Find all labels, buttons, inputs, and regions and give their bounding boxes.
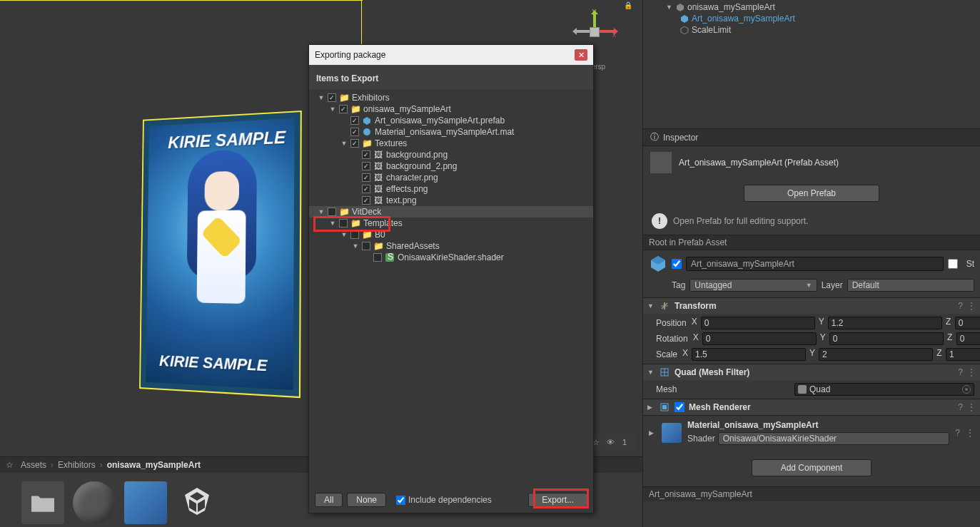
scale-y[interactable] [819,348,933,361]
inspector-tab[interactable]: ⓘ Inspector [643,129,980,146]
tree-item[interactable]: ▼📁Exhibitors [309,92,593,103]
scale-z[interactable] [946,348,980,361]
tree-checkbox[interactable] [350,128,359,136]
enable-checkbox[interactable] [672,259,682,269]
tree-item[interactable]: Art_onisawa_mySampleArt.prefab [309,115,593,126]
tree-item[interactable]: ▼📁onisawa_mySampleArt [309,103,593,115]
tree-checkbox[interactable] [362,162,370,170]
rotation-x[interactable] [702,332,817,345]
scale-x[interactable] [692,348,806,361]
position-x[interactable] [701,317,815,329]
add-component-button[interactable]: Add Component [752,459,872,476]
tree-checkbox[interactable] [350,139,359,148]
tree-item[interactable]: ▼📁Textures [309,138,593,149]
lock-icon[interactable]: 🔒 [624,1,632,9]
rotation-z[interactable] [956,332,980,345]
shader-dropdown[interactable]: Onisawa/OnisawaKirieShader [718,432,950,445]
foldout-icon[interactable]: ▼ [340,231,348,238]
foldout-icon[interactable]: ▼ [329,220,336,227]
foldout-icon[interactable]: ▶ [649,429,656,436]
tree-item[interactable]: SOnisawaKirieShader.shader [309,252,593,263]
export-package-dialog: Exporting package ✕ Items to Export ▼📁Ex… [308,44,594,513]
favorite-icon[interactable]: ☆ [6,460,14,470]
mesh-field[interactable]: Quad [794,383,974,396]
tree-checkbox[interactable] [328,208,336,216]
help-icon[interactable]: ? [958,301,963,311]
gizmo-x-axis[interactable] [600,30,614,33]
renderer-enable-checkbox[interactable] [675,402,685,412]
tree-checkbox[interactable] [362,242,370,250]
tree-checkbox[interactable] [362,196,370,205]
menu-icon[interactable]: ⋮ [967,402,976,412]
foldout-icon[interactable]: ▼ [329,106,336,113]
hierarchy-item[interactable]: ScaleLimit [643,24,980,36]
foldout-icon[interactable]: ▼ [318,208,325,215]
breadcrumb-root[interactable]: Assets [21,460,46,470]
tree-item[interactable]: ▼📁Templates [309,218,593,229]
image-icon: 🖼 [373,173,383,183]
help-icon[interactable]: ? [958,402,963,412]
chevron-right-icon: › [51,460,54,470]
gameobject-name-input[interactable] [686,257,944,271]
gizmo-cube[interactable] [590,27,600,37]
gizmo-y-axis[interactable] [593,14,596,27]
foldout-icon[interactable]: ▼ [647,302,655,309]
visibility-icon[interactable]: 👁 [604,436,617,448]
position-y[interactable] [828,317,942,329]
tree-item[interactable]: 🖼text.png [309,195,593,206]
tree-checkbox[interactable] [328,93,336,102]
tree-checkbox[interactable] [350,116,359,125]
none-button[interactable]: None [347,493,386,507]
open-prefab-button[interactable]: Open Prefab [744,185,879,202]
foldout-icon[interactable]: ▼ [340,140,348,147]
rotation-y[interactable] [829,332,944,345]
foldout-icon[interactable]: ▼ [647,369,655,376]
close-button[interactable]: ✕ [575,49,587,61]
menu-icon[interactable]: ⋮ [967,301,976,311]
tree-checkbox[interactable] [350,230,359,239]
hierarchy-item-selected[interactable]: Art_onisawa_mySampleArt [643,13,980,24]
position-z[interactable] [955,317,980,329]
export-button[interactable]: Export... [528,493,587,507]
tree-checkbox[interactable] [362,185,370,193]
foldout-icon[interactable]: ▼ [352,242,359,250]
gizmo-z-axis[interactable] [577,30,590,33]
foldout-icon[interactable]: ▶ [647,404,655,411]
project-item-material[interactable] [73,481,116,524]
help-icon[interactable]: ? [958,367,963,377]
breadcrumb-current[interactable]: onisawa_mySampleArt [107,460,201,470]
tree-item[interactable]: 🖼background.png [309,149,593,160]
tree-item[interactable]: ▼📁SharedAssets [309,240,593,252]
include-dependencies-checkbox[interactable] [396,496,405,505]
tree-item-vitdeck[interactable]: ▼📁VitDeck [309,206,593,218]
foldout-icon[interactable]: ▼ [318,94,325,101]
foldout-icon[interactable]: ▼ [666,4,673,11]
hierarchy-item[interactable]: ▼ onisawa_mySampleArt [643,1,980,13]
scene-object-selected[interactable]: KIRIE SAMPLE KIRIE SAMPLE [139,111,302,398]
tree-item[interactable]: 🖼effects.png [309,183,593,195]
tree-checkbox[interactable] [373,253,382,262]
project-item-scene[interactable] [176,481,218,524]
tree-item[interactable]: 🖼character.png [309,172,593,183]
object-picker-icon[interactable] [962,385,971,394]
all-button[interactable]: All [315,493,343,507]
tree-item[interactable]: 🖼background_2.png [309,160,593,172]
layer-dropdown[interactable]: Default [847,279,974,292]
dialog-titlebar[interactable]: Exporting package ✕ [309,45,593,65]
breadcrumb-l1[interactable]: Exhibitors [58,460,96,470]
tree-checkbox[interactable] [339,219,348,227]
tree-item[interactable]: Material_onisawa_mySampleArt.mat [309,126,593,138]
tree-checkbox[interactable] [362,150,370,159]
project-item-prefab[interactable] [124,481,167,524]
project-item-folder[interactable] [21,481,64,524]
include-dependencies[interactable]: Include dependencies [396,495,492,505]
help-icon[interactable]: ? [955,428,960,438]
info-icon: ! [652,213,667,229]
tree-checkbox[interactable] [339,105,348,113]
menu-icon[interactable]: ⋮ [967,367,976,377]
tree-checkbox[interactable] [362,173,370,182]
tree-item[interactable]: ▼📁B0 [309,229,593,240]
static-checkbox[interactable] [948,259,958,269]
menu-icon[interactable]: ⋮ [966,428,974,438]
tag-dropdown[interactable]: Untagged▼ [689,279,817,292]
